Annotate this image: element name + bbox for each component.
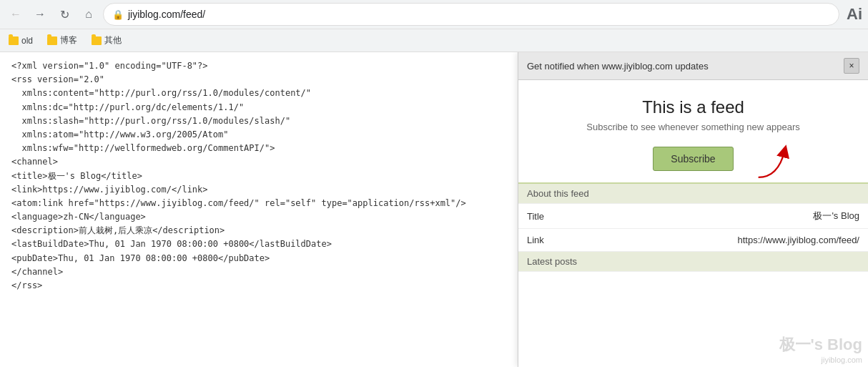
bookmark-label: old [21,36,33,46]
reload-button[interactable]: ↻ [54,4,74,24]
about-section-header: About this feed [518,184,868,204]
title-label: Title [518,204,576,229]
back-button[interactable]: ← [6,4,26,24]
address-bar[interactable]: 🔒 jiyiblog.com/feed/ [103,3,839,26]
feed-subscribe-area: This is a feed Subscribe to see whenever… [518,80,868,184]
bookmark-old[interactable]: old [6,34,36,47]
about-section-row: About this feed [518,184,868,204]
link-label: Link [518,229,576,252]
latest-posts-row: Latest posts [518,252,868,272]
title-value: 极一's Blog [576,204,868,229]
bookmark-blog[interactable]: 博客 [44,33,80,48]
main-content: <?xml version="1.0" encoding="UTF-8"?> <… [0,52,868,367]
folder-icon [92,36,102,45]
subscribe-button[interactable]: Subscribe [653,147,733,171]
nav-bar: ← → ↻ ⌂ 🔒 jiyiblog.com/feed/ Ai [0,0,868,29]
folder-icon [9,36,19,45]
bookmark-other[interactable]: 其他 [89,33,124,48]
watermark: 极一's Blog jiyiblog.com [779,334,862,364]
bookmark-label: 博客 [60,34,77,46]
latest-posts-header: Latest posts [518,252,868,272]
ai-indicator: Ai [847,5,862,24]
feed-main-title: This is a feed [533,97,854,117]
feed-subtitle: Subscribe to see whenever something new … [533,122,854,132]
feed-panel: Get notified when www.jiyiblog.com updat… [518,52,868,367]
home-button[interactable]: ⌂ [79,4,99,24]
feed-close-button[interactable]: × [844,58,859,74]
title-row: Title 极一's Blog [518,204,868,229]
bookmark-label: 其他 [104,34,122,46]
address-text: jiyiblog.com/feed/ [128,9,830,20]
lock-icon: 🔒 [112,9,124,20]
bookmarks-bar: old 博客 其他 [0,29,868,52]
watermark-url: jiyiblog.com [779,356,862,364]
feed-panel-title: Get notified when www.jiyiblog.com updat… [527,61,709,72]
link-value: https://www.jiyiblog.com/feed/ [576,229,868,252]
folder-icon [47,36,57,45]
feed-info-table: About this feed Title 极一's Blog Link htt… [518,184,868,272]
forward-button[interactable]: → [30,4,50,24]
watermark-title: 极一's Blog [779,334,862,356]
link-row: Link https://www.jiyiblog.com/feed/ [518,229,868,252]
browser-chrome: ← → ↻ ⌂ 🔒 jiyiblog.com/feed/ Ai old 博客 其… [0,0,868,52]
feed-panel-header: Get notified when www.jiyiblog.com updat… [518,52,868,80]
red-arrow [750,144,793,184]
